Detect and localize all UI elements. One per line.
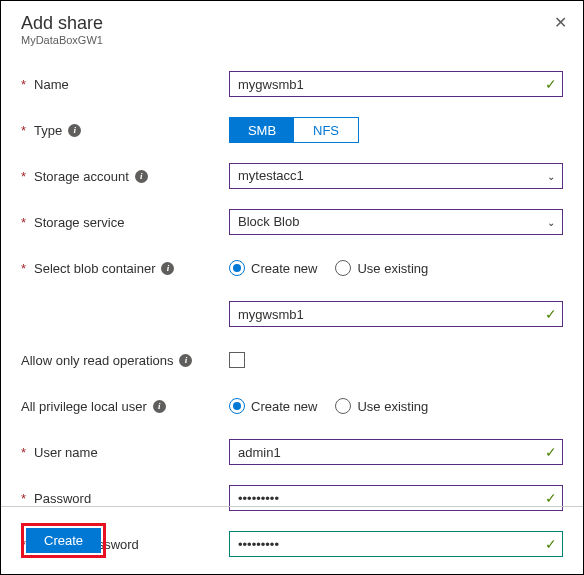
readonly-checkbox[interactable] bbox=[229, 352, 245, 368]
label-local-user: All privilege local user bbox=[21, 399, 147, 414]
label-username: User name bbox=[34, 445, 98, 460]
required-asterisk: * bbox=[21, 445, 26, 460]
required-asterisk: * bbox=[21, 169, 26, 184]
username-input[interactable] bbox=[229, 439, 563, 465]
label-blob-container: Select blob container bbox=[34, 261, 155, 276]
create-highlight: Create bbox=[21, 523, 106, 558]
label-readonly: Allow only read operations bbox=[21, 353, 173, 368]
type-toggle: SMB NFS bbox=[229, 117, 359, 143]
required-asterisk: * bbox=[21, 215, 26, 230]
info-icon[interactable]: i bbox=[153, 400, 166, 413]
row-local-user: All privilege local user i Create new Us… bbox=[21, 392, 563, 420]
type-nfs[interactable]: NFS bbox=[294, 118, 358, 142]
close-icon[interactable]: ✕ bbox=[554, 13, 567, 32]
row-storage-service: * Storage service Block Blob ⌄ bbox=[21, 208, 563, 236]
panel-header: Add share MyDataBoxGW1 ✕ bbox=[1, 1, 583, 52]
row-blob-container: * Select blob container i Create new Use… bbox=[21, 254, 563, 282]
radio-label: Create new bbox=[251, 261, 317, 276]
info-icon[interactable]: i bbox=[179, 354, 192, 367]
radio-label: Use existing bbox=[357, 261, 428, 276]
panel-subtitle: MyDataBoxGW1 bbox=[21, 34, 563, 46]
row-storage-account: * Storage account i mytestacc1 ⌄ bbox=[21, 162, 563, 190]
row-blob-name: ✓ bbox=[21, 300, 563, 328]
user-use-existing-radio[interactable]: Use existing bbox=[335, 398, 428, 414]
type-smb[interactable]: SMB bbox=[230, 118, 294, 142]
label-type: Type bbox=[34, 123, 62, 138]
required-asterisk: * bbox=[21, 261, 26, 276]
required-asterisk: * bbox=[21, 77, 26, 92]
form-body: * Name ✓ * Type i SMB NFS * Storage acco… bbox=[1, 52, 583, 575]
blob-create-new-radio[interactable]: Create new bbox=[229, 260, 317, 276]
info-icon[interactable]: i bbox=[68, 124, 81, 137]
panel-title: Add share bbox=[21, 13, 563, 34]
row-username: * User name ✓ bbox=[21, 438, 563, 466]
create-button[interactable]: Create bbox=[26, 528, 101, 553]
footer: Create bbox=[1, 506, 583, 574]
label-name: Name bbox=[34, 77, 69, 92]
radio-label: Use existing bbox=[357, 399, 428, 414]
row-type: * Type i SMB NFS bbox=[21, 116, 563, 144]
blob-name-input[interactable] bbox=[229, 301, 563, 327]
storage-account-select[interactable]: mytestacc1 bbox=[229, 163, 563, 189]
info-icon[interactable]: i bbox=[135, 170, 148, 183]
required-asterisk: * bbox=[21, 123, 26, 138]
required-asterisk: * bbox=[21, 491, 26, 506]
label-storage-service: Storage service bbox=[34, 215, 124, 230]
user-create-new-radio[interactable]: Create new bbox=[229, 398, 317, 414]
label-storage-account: Storage account bbox=[34, 169, 129, 184]
radio-label: Create new bbox=[251, 399, 317, 414]
name-input[interactable] bbox=[229, 71, 563, 97]
blob-use-existing-radio[interactable]: Use existing bbox=[335, 260, 428, 276]
label-password: Password bbox=[34, 491, 91, 506]
storage-service-select[interactable]: Block Blob bbox=[229, 209, 563, 235]
row-readonly: Allow only read operations i bbox=[21, 346, 563, 374]
row-name: * Name ✓ bbox=[21, 70, 563, 98]
info-icon[interactable]: i bbox=[161, 262, 174, 275]
